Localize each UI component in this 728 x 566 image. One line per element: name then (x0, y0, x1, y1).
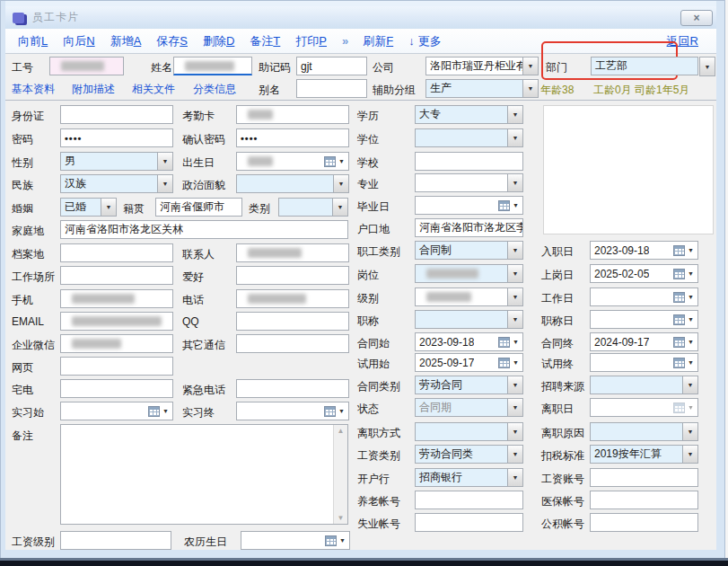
chevron-down-icon[interactable]: ▼ (688, 316, 694, 323)
email-input[interactable] (60, 312, 173, 331)
chevron-down-icon[interactable]: ▼ (513, 202, 519, 208)
archive-place-input[interactable] (60, 243, 173, 262)
expand-chevrons-icon[interactable]: » (342, 34, 347, 48)
chevron-down-icon[interactable]: ▼ (688, 294, 694, 300)
chevron-down-icon[interactable]: ▼ (513, 339, 519, 345)
birth-date-datepicker[interactable]: ▼ (236, 152, 349, 171)
emergency-phone-input[interactable] (236, 379, 349, 398)
webpage-input[interactable] (60, 357, 173, 376)
qq-input[interactable] (236, 312, 349, 331)
calendar-icon[interactable] (498, 358, 510, 368)
contact-person-input[interactable] (236, 243, 349, 262)
resignation-reason-select[interactable]: ▼ (590, 422, 698, 441)
name-input[interactable] (173, 57, 252, 75)
remarks-textarea[interactable]: ▲▼ (60, 424, 348, 525)
salary-grade-input[interactable] (60, 531, 171, 550)
ethnicity-select[interactable]: 汉族▼ (60, 174, 173, 193)
chevron-down-icon[interactable]: ▼ (688, 339, 694, 345)
add-button[interactable]: 新增A (110, 33, 142, 49)
textarea-scrollbar[interactable]: ▲▼ (333, 425, 347, 524)
calendar-icon[interactable] (324, 406, 336, 417)
other-contact-input[interactable] (236, 334, 349, 353)
scroll-down-icon[interactable]: ▼ (334, 514, 347, 522)
chevron-down-icon[interactable]: ▼ (162, 408, 169, 414)
start-work-date-datepicker[interactable]: 2025-02-05▼ (590, 264, 698, 283)
tab-related-files[interactable]: 相关文件 (132, 82, 175, 97)
resignation-method-select[interactable]: ▼ (415, 422, 523, 441)
marital-status-dropdown-button[interactable]: ▼ (101, 199, 116, 216)
chevron-down-icon[interactable]: ▼ (688, 247, 694, 253)
category-select[interactable]: ▼ (278, 198, 348, 217)
gender-select[interactable]: 男▼ (60, 152, 173, 171)
pension-account-input[interactable] (415, 491, 523, 509)
more-button[interactable]: ↓更多 (408, 33, 442, 49)
chevron-down-icon[interactable]: ▼ (338, 408, 345, 414)
unemployment-account-input[interactable] (415, 513, 523, 532)
refresh-button[interactable]: 刷新F (363, 33, 393, 49)
next-button[interactable]: 向后N (63, 33, 94, 49)
marital-status-select[interactable]: 已婚▼ (60, 198, 117, 217)
prev-button[interactable]: 向前L (18, 33, 48, 49)
calendar-icon[interactable] (673, 337, 685, 348)
department-input[interactable]: 工艺部 (591, 57, 698, 75)
company-dropdown-button[interactable]: ▼ (522, 57, 538, 75)
calendar-icon[interactable] (325, 535, 337, 546)
major-dropdown-button[interactable]: ▼ (507, 174, 522, 191)
aux-group-dropdown-button[interactable]: ▼ (522, 80, 538, 97)
contract-end-datepicker[interactable]: 2024-09-17▼ (590, 332, 698, 351)
recruitment-source-select[interactable]: ▼ (590, 376, 698, 394)
education-dropdown-button[interactable]: ▼ (507, 106, 522, 123)
home-phone-input[interactable] (60, 379, 173, 398)
chevron-down-icon[interactable]: ▼ (338, 158, 345, 164)
status-dropdown-button[interactable]: ▼ (507, 399, 522, 416)
household-address-input[interactable]: 河南省洛阳市洛龙区李 (415, 218, 523, 237)
salary-account-input[interactable] (590, 468, 698, 487)
contract-type-dropdown-button[interactable]: ▼ (507, 376, 522, 394)
salary-type-select[interactable]: 劳动合同类▼ (415, 445, 523, 464)
confirm-password-input[interactable]: •••• (236, 128, 349, 147)
probation-end-datepicker[interactable]: ▼ (590, 353, 698, 372)
id-card-input[interactable] (60, 105, 173, 124)
work-date-datepicker[interactable]: ▼ (590, 287, 698, 306)
department-dropdown-button[interactable]: ▼ (699, 57, 715, 76)
internship-start-datepicker[interactable]: ▼ (60, 402, 173, 420)
bank-select[interactable]: 招商银行▼ (415, 468, 523, 487)
native-place-input[interactable]: 河南省偃师市 (155, 198, 242, 217)
resignation-method-dropdown-button[interactable]: ▼ (507, 423, 522, 440)
company-select[interactable]: 洛阳市瑞亚丹柜业有▼ (425, 57, 539, 75)
aux-group-select[interactable]: 生产▼ (425, 79, 539, 98)
employee-type-dropdown-button[interactable]: ▼ (507, 242, 522, 259)
position-dropdown-button[interactable]: ▼ (507, 265, 522, 282)
recruitment-source-dropdown-button[interactable]: ▼ (682, 376, 697, 394)
password-input[interactable]: •••• (60, 128, 173, 147)
calendar-icon[interactable] (673, 245, 685, 256)
tab-extra-description[interactable]: 附加描述 (72, 82, 115, 97)
wechat-work-input[interactable] (60, 334, 173, 353)
medical-account-input[interactable] (590, 491, 698, 509)
chevron-down-icon[interactable]: ▼ (688, 270, 694, 277)
calendar-icon[interactable] (148, 406, 160, 417)
tax-standard-select[interactable]: 2019按年汇算▼ (590, 445, 698, 464)
hobby-input[interactable] (236, 266, 349, 285)
political-status-dropdown-button[interactable]: ▼ (333, 175, 348, 192)
graduation-date-datepicker[interactable]: ▼ (415, 196, 523, 215)
print-button[interactable]: 打印P (295, 33, 327, 49)
alias-input[interactable] (296, 79, 367, 98)
save-button[interactable]: 保存S (156, 33, 188, 49)
calendar-icon[interactable] (673, 402, 685, 413)
bank-dropdown-button[interactable]: ▼ (507, 469, 522, 486)
calendar-icon[interactable] (673, 314, 685, 325)
return-button[interactable]: 返回R (667, 33, 698, 49)
ethnicity-dropdown-button[interactable]: ▼ (157, 175, 172, 192)
major-select[interactable]: ▼ (415, 173, 523, 192)
chevron-down-icon[interactable]: ▼ (688, 359, 694, 366)
calendar-icon[interactable] (498, 200, 510, 211)
resignation-date-datepicker[interactable]: ▼ (590, 398, 698, 417)
school-input[interactable] (415, 152, 523, 171)
mobile-input[interactable] (60, 289, 173, 308)
level-select[interactable]: ▼ (415, 287, 523, 306)
position-select[interactable]: ▼ (415, 264, 523, 283)
close-button[interactable]: × (680, 10, 713, 26)
phone-input[interactable] (236, 289, 349, 308)
scroll-up-icon[interactable]: ▲ (334, 427, 347, 435)
